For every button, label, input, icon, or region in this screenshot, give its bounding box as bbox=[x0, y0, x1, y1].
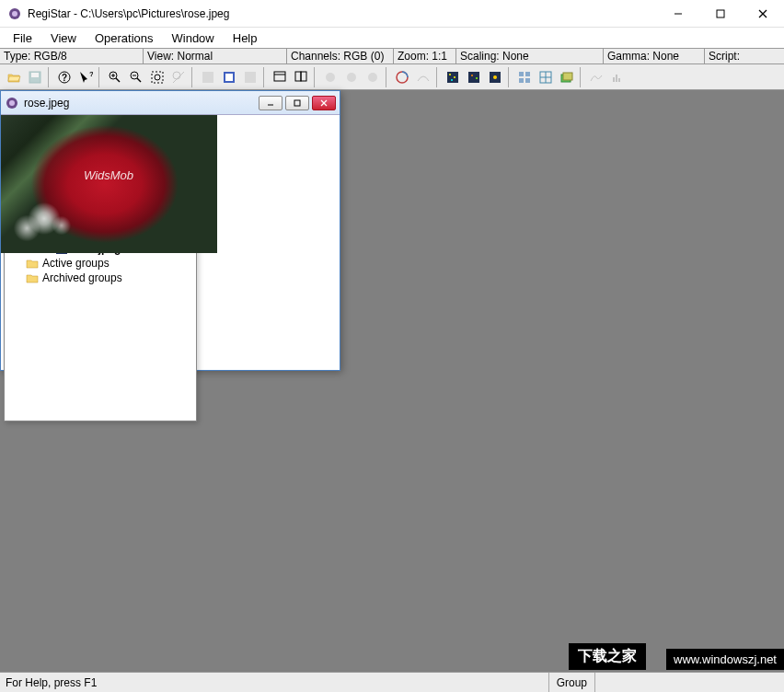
tool-save-icon[interactable] bbox=[25, 67, 45, 87]
tool-zoom-out-icon[interactable] bbox=[126, 67, 146, 87]
image-close-button[interactable] bbox=[312, 96, 336, 110]
menu-window[interactable]: Window bbox=[163, 29, 224, 47]
tool-window2-icon[interactable] bbox=[291, 67, 311, 87]
app-icon bbox=[7, 6, 22, 21]
svg-point-35 bbox=[449, 74, 451, 75]
tool-stars2-icon[interactable] bbox=[464, 67, 484, 87]
toolbar-separator bbox=[508, 67, 512, 87]
watermark-cn: 下载之家 bbox=[569, 643, 646, 670]
svg-rect-54 bbox=[618, 78, 620, 82]
tool-circle2-icon[interactable] bbox=[341, 67, 362, 87]
svg-point-1 bbox=[12, 11, 17, 17]
close-button[interactable] bbox=[742, 0, 784, 28]
svg-rect-25 bbox=[245, 72, 256, 83]
svg-point-40 bbox=[476, 77, 478, 79]
svg-point-30 bbox=[326, 73, 335, 82]
toolbar-separator bbox=[314, 67, 317, 87]
tool-zoom-region-icon[interactable] bbox=[147, 67, 167, 87]
tree-active-groups[interactable]: Active groups bbox=[10, 256, 190, 271]
tool-stars3-icon[interactable] bbox=[485, 67, 505, 87]
tree-archived-groups[interactable]: Archived groups bbox=[10, 271, 190, 285]
tool-layers-icon[interactable] bbox=[557, 67, 577, 87]
toolbar-separator bbox=[386, 67, 389, 87]
tool-zoom-in-icon[interactable] bbox=[105, 67, 125, 87]
tool-stars1-icon[interactable] bbox=[443, 67, 463, 87]
image-maximize-button[interactable] bbox=[285, 96, 309, 110]
title-bar: RegiStar - C:\Users\pc\Pictures\rose.jpe… bbox=[0, 0, 784, 28]
svg-rect-38 bbox=[468, 72, 479, 83]
workspace: RegiStar Groups Manager Images Groups Op… bbox=[0, 90, 784, 672]
toolbar-separator bbox=[436, 67, 440, 87]
toolbar-separator bbox=[48, 67, 52, 87]
svg-text:?: ? bbox=[62, 73, 67, 83]
tool-view3-icon[interactable] bbox=[240, 67, 260, 87]
tool-curve-icon[interactable] bbox=[413, 67, 433, 87]
image-minimize-button[interactable] bbox=[259, 96, 282, 110]
window-title: RegiStar - C:\Users\pc\Pictures\rose.jpe… bbox=[28, 7, 657, 20]
svg-rect-18 bbox=[152, 72, 163, 83]
minimize-button[interactable] bbox=[657, 0, 699, 28]
svg-rect-26 bbox=[274, 72, 285, 81]
svg-rect-3 bbox=[717, 10, 724, 17]
menu-operations[interactable]: Operations bbox=[86, 29, 163, 47]
menu-view[interactable]: View bbox=[41, 29, 86, 47]
svg-point-42 bbox=[493, 75, 497, 79]
svg-rect-22 bbox=[202, 72, 213, 83]
tool-circle3-icon[interactable] bbox=[363, 67, 383, 87]
image-window-icon bbox=[5, 96, 19, 110]
watermark-url: www.windowszj.net bbox=[666, 649, 784, 670]
svg-rect-53 bbox=[616, 75, 617, 82]
tool-circle1-icon[interactable] bbox=[320, 67, 340, 87]
tool-grid1-icon[interactable] bbox=[514, 67, 535, 87]
svg-rect-52 bbox=[613, 77, 615, 82]
svg-rect-24 bbox=[225, 74, 233, 81]
svg-rect-7 bbox=[31, 73, 39, 77]
svg-point-19 bbox=[155, 75, 160, 80]
tool-register-icon[interactable] bbox=[392, 67, 412, 87]
svg-rect-51 bbox=[563, 73, 572, 80]
info-channels: Channels: RGB (0) bbox=[287, 49, 394, 63]
info-script: Script: bbox=[705, 49, 784, 63]
tool-view2-icon[interactable] bbox=[219, 67, 239, 87]
tool-view1-icon[interactable] bbox=[198, 67, 218, 87]
tool-window1-icon[interactable] bbox=[270, 67, 290, 87]
maximize-button[interactable] bbox=[699, 0, 742, 28]
info-scaling: Scaling: None bbox=[456, 49, 604, 63]
svg-rect-45 bbox=[519, 78, 524, 83]
tool-hist1-icon[interactable] bbox=[586, 67, 606, 87]
svg-rect-34 bbox=[447, 72, 458, 83]
toolbar-separator bbox=[191, 67, 195, 87]
menu-file[interactable]: File bbox=[4, 29, 41, 47]
svg-point-32 bbox=[368, 73, 377, 82]
info-type: Type: RGB/8 bbox=[0, 49, 144, 63]
svg-point-37 bbox=[451, 79, 453, 81]
tree-label: Archived groups bbox=[42, 271, 122, 285]
image-window-titlebar[interactable]: rose.jpeg bbox=[1, 91, 340, 115]
svg-point-20 bbox=[173, 72, 180, 79]
svg-text:?: ? bbox=[89, 70, 93, 78]
tool-hist2-icon[interactable] bbox=[607, 67, 628, 87]
svg-rect-43 bbox=[519, 72, 524, 76]
image-window-title: rose.jpeg bbox=[24, 97, 259, 110]
tool-open-icon[interactable] bbox=[4, 67, 24, 87]
folder-icon bbox=[25, 271, 40, 285]
toolbar: ? ? bbox=[0, 64, 784, 90]
svg-rect-28 bbox=[295, 72, 301, 81]
tool-help-icon[interactable]: ? bbox=[54, 67, 75, 87]
tool-zoom-cancel-icon[interactable] bbox=[168, 67, 189, 87]
toolbar-separator bbox=[98, 67, 102, 87]
svg-rect-44 bbox=[525, 72, 530, 76]
menu-bar: File View Operations Window Help bbox=[0, 28, 784, 48]
svg-point-36 bbox=[454, 76, 455, 78]
tool-context-help-icon[interactable]: ? bbox=[75, 67, 96, 87]
svg-point-31 bbox=[347, 73, 356, 82]
info-view: View: Normal bbox=[144, 49, 287, 63]
rose-image: WidsMob bbox=[1, 115, 217, 253]
tool-grid2-icon[interactable] bbox=[536, 67, 556, 87]
menu-help[interactable]: Help bbox=[224, 29, 267, 47]
toolbar-separator bbox=[263, 67, 267, 87]
image-window-controls bbox=[259, 96, 336, 110]
info-zoom: Zoom: 1:1 bbox=[394, 49, 456, 63]
status-empty-cell bbox=[594, 673, 778, 692]
svg-line-12 bbox=[116, 78, 120, 82]
